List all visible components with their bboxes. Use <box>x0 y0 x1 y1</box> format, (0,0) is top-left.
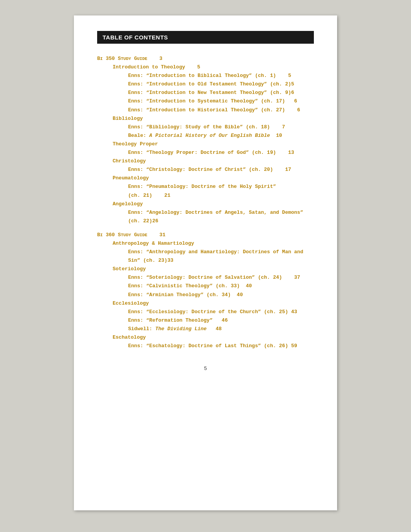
entry-theology-proper-doctrine: Enns: “Theology Proper: Doctrine of God”… <box>128 148 314 157</box>
page: TABLE OF CONTENTS BI 350 STUDY GUIDE 3 I… <box>74 15 337 510</box>
entry-bibliology-study: Enns: “Bibliology: Study of the Bible” (… <box>128 123 314 131</box>
entry-angelology-doctrine: Enns: “Angelology: Doctrines of Angels, … <box>128 208 314 225</box>
entry-intro-historical: Enns: “Introduction to Historical Theolo… <box>128 106 314 114</box>
entry-pneumatology: Pneumatology <box>113 174 314 182</box>
entry-intro-theology: Introduction to Theology 5 <box>113 63 314 72</box>
entry-calvinistic: Enns: “Calvinistic Theology” (ch. 33) 40 <box>128 282 314 290</box>
entry-ecclesiology: Ecclesiology <box>113 299 314 308</box>
toc-header: TABLE OF CONTENTS <box>97 31 314 44</box>
entry-eschatology-doctrine: Enns: “Eschatology: Doctrine of Last Thi… <box>128 342 314 350</box>
entry-anthropology-doctrine: Enns: “Anthropology and Hamartiology: Do… <box>128 248 314 265</box>
entry-soteriology: Soteriology <box>113 265 314 273</box>
entry-eschatology: Eschatology <box>113 333 314 342</box>
spacer1 <box>97 225 314 231</box>
entry-reformation: Enns: “Reformation Theology” 46 <box>128 316 314 325</box>
entry-sidwell: Sidwell: The Dividing Line 48 <box>128 325 314 333</box>
entry-intro-nt: Enns: “Introduction to New Testament The… <box>128 89 314 97</box>
entry-christology: Christology <box>113 157 314 165</box>
entry-bibliology: Bibliology <box>113 114 314 123</box>
entry-intro-biblical: Enns: “Introduction to Biblical Theology… <box>128 72 314 80</box>
section-bi350: BI 350 STUDY GUIDE 3 <box>97 55 314 63</box>
entry-anthropology: Anthropology & Hamartiology <box>113 239 314 248</box>
entry-soteriology-doctrine: Enns: “Soteriology: Doctrine of Salvatio… <box>128 273 314 282</box>
entry-theology-proper: Theology Proper <box>113 140 314 148</box>
page-number: 5 <box>97 366 314 372</box>
entry-ecclesiology-doctrine: Enns: “Ecclesiology: Doctrine of the Chu… <box>128 308 314 316</box>
entry-christology-doctrine: Enns: “Christology: Doctrine of Christ” … <box>128 165 314 174</box>
entry-intro-systematic: Enns: “Introduction to Systematic Theolo… <box>128 97 314 106</box>
toc-content: BI 350 STUDY GUIDE 3 Introduction to The… <box>97 55 314 350</box>
entry-angelology: Angelology <box>113 200 314 208</box>
entry-beale-pictorial: Beale: A Pictorial History of Our Englis… <box>128 131 314 140</box>
toc-title: TABLE OF CONTENTS <box>103 34 168 41</box>
entry-intro-ot: Enns: “Introduction to Old Testament The… <box>128 80 314 89</box>
section-bi360: BI 360 STUDY GUIDE 31 <box>97 231 314 239</box>
entry-pneumatology-doctrine: Enns: “Pneumatology: Doctrine of the Hol… <box>128 182 314 200</box>
entry-arminian: Enns: “Arminian Theology” (ch. 34) 40 <box>128 291 314 299</box>
